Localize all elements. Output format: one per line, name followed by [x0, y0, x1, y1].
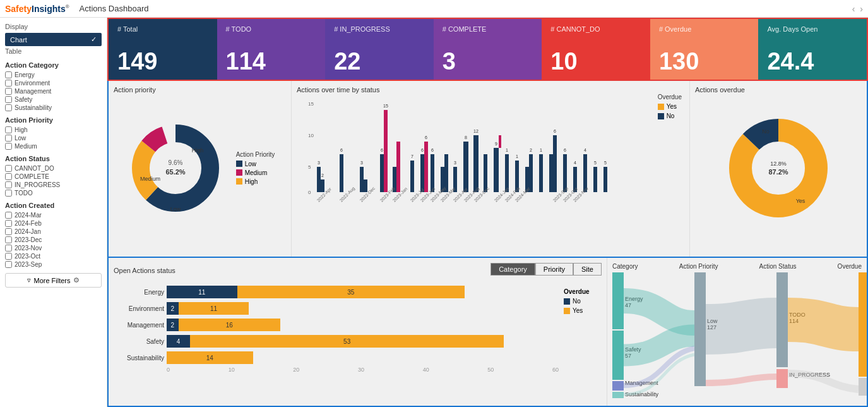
filter-low[interactable]: Low: [5, 135, 102, 142]
logo-text: Safety: [5, 4, 32, 14]
svg-text:15: 15: [383, 104, 388, 108]
svg-rect-33: [420, 154, 424, 192]
priority-donut: 9.6% 65.2% Medium High Low: [125, 118, 226, 219]
action-status-filter: Action Status CANNOT_DO COMPLETE IN_PROG…: [5, 155, 102, 197]
header: SafetyInsights® Actions Dashboard ‹ ›: [0, 0, 868, 18]
svg-rect-30: [396, 142, 400, 192]
svg-text:6: 6: [431, 148, 434, 152]
bar-label-safety: Safety: [114, 338, 164, 345]
action-category-title: Action Category: [5, 61, 102, 69]
bar-orange-environment: 11: [179, 302, 249, 315]
svg-rect-56: [529, 154, 533, 192]
more-filters-button[interactable]: ▿ More Filters ⚙: [5, 273, 102, 288]
svg-text:15: 15: [308, 101, 314, 107]
filter-2023-oct[interactable]: 2023-Oct: [5, 253, 102, 260]
timeseries-chart: 15 10 5 0 3: [297, 96, 650, 254]
svg-rect-115: [859, 272, 867, 377]
bar-overdue-title: Overdue: [564, 288, 602, 295]
priority-chart-title: Action priority: [114, 86, 286, 94]
filter-2023-sep[interactable]: 2023-Sep: [5, 261, 102, 268]
svg-text:2: 2: [321, 173, 324, 178]
kpi-card-0: # Total 149: [109, 19, 217, 80]
svg-rect-61: [553, 135, 557, 192]
filter-2024-feb[interactable]: 2024-Feb: [5, 220, 102, 227]
svg-rect-60: [549, 154, 553, 192]
svg-text:3: 3: [454, 161, 456, 165]
sankey-header-status: Action Status: [759, 263, 797, 270]
bar-orange-sustainability: 14: [167, 351, 253, 364]
filter-environment[interactable]: Environment: [5, 80, 102, 87]
svg-text:1: 1: [516, 154, 518, 159]
tab-category[interactable]: Category: [490, 263, 535, 276]
svg-text:9: 9: [495, 142, 497, 146]
svg-rect-51: [505, 154, 509, 192]
filter-2024-mar[interactable]: 2024-Mar: [5, 212, 102, 219]
svg-rect-100: [612, 392, 624, 398]
legend-medium-dot: [236, 169, 242, 176]
filter-complete[interactable]: COMPLETE: [5, 173, 102, 180]
legend-title: Action Priority: [236, 151, 275, 158]
filter-in-progress[interactable]: IN_PROGRESS: [5, 181, 102, 188]
svg-text:1: 1: [540, 148, 542, 152]
action-category-filter: Action Category Energy Environment Manag…: [5, 61, 102, 111]
svg-text:6: 6: [554, 129, 556, 133]
filter-management[interactable]: Management: [5, 88, 102, 95]
svg-rect-48: [494, 148, 499, 192]
open-actions-panel: Open Actions status Category Priority Si…: [109, 258, 607, 406]
action-created-filter: Action Created 2024-Mar 2024-Feb 2024-Ja…: [5, 202, 102, 268]
kpi-card-1: # TODO 114: [217, 19, 326, 80]
svg-rect-31: [410, 161, 414, 192]
content-area: # Total 149 # TODO 114 # IN_PROGRESS 22 …: [107, 18, 868, 407]
svg-text:4: 4: [584, 148, 586, 152]
filter-2023-dec[interactable]: 2023-Dec: [5, 236, 102, 243]
filter-medium[interactable]: Medium: [5, 143, 102, 150]
filter-high[interactable]: High: [5, 126, 102, 133]
kpi-card-2: # IN_PROGRESS 22: [325, 19, 434, 80]
kpi-value-5: 130: [659, 49, 750, 73]
gear-icon: ⚙: [73, 276, 80, 284]
bar-label-environment: Environment: [114, 305, 164, 312]
svg-text:6: 6: [381, 148, 383, 152]
filter-sustainability[interactable]: Sustainability: [5, 104, 102, 111]
tab-priority[interactable]: Priority: [535, 263, 573, 276]
filter-icon: ▿: [27, 276, 31, 284]
kpi-value-3: 3: [443, 49, 533, 73]
logo: SafetyInsights®: [5, 4, 69, 14]
svg-text:8: 8: [465, 135, 467, 140]
kpi-value-6: 24.4: [767, 49, 858, 73]
svg-text:Medium: Medium: [140, 176, 160, 182]
action-status-title: Action Status: [5, 155, 102, 162]
chart-view-select[interactable]: Chart ✓: [5, 33, 102, 46]
svg-rect-35: [424, 142, 428, 192]
bar-row-environment: Environment 2 11: [114, 302, 559, 315]
filter-energy[interactable]: Energy: [5, 71, 102, 78]
svg-text:65.2%: 65.2%: [165, 168, 185, 176]
svg-rect-45: [473, 135, 479, 192]
nav-forward[interactable]: ›: [860, 4, 863, 14]
kpi-label-4: # CANNOT_DO: [550, 25, 641, 33]
svg-rect-43: [463, 142, 468, 192]
svg-rect-107: [694, 272, 706, 386]
kpi-value-1: 114: [226, 49, 317, 73]
nav-back[interactable]: ‹: [852, 4, 855, 14]
kpi-label-2: # IN_PROGRESS: [334, 25, 425, 33]
kpi-label-0: # Total: [117, 25, 208, 33]
table-view-option[interactable]: Table: [5, 46, 102, 56]
filter-cannot-do[interactable]: CANNOT_DO: [5, 165, 102, 172]
filter-safety[interactable]: Safety: [5, 96, 102, 103]
kpi-card-4: # CANNOT_DO 10: [542, 19, 650, 80]
overdue-donut: 12.8% 87.2% No Yes: [728, 111, 829, 225]
overdue-title: Actions overdue: [695, 86, 862, 94]
top-charts: Action priority 9.6% 65.2%: [107, 81, 868, 258]
bar-label-sustainability: Sustainability: [114, 355, 164, 361]
svg-text:4: 4: [574, 161, 576, 165]
tab-site[interactable]: Site: [573, 263, 602, 276]
bar-x-axis: 0102030405060: [114, 367, 559, 373]
filter-2023-nov[interactable]: 2023-Nov: [5, 245, 102, 252]
kpi-value-0: 149: [117, 49, 208, 73]
svg-rect-25: [380, 154, 384, 192]
filter-2024-jan[interactable]: 2024-Jan: [5, 228, 102, 235]
filter-todo[interactable]: TODO: [5, 190, 102, 197]
legend-high-dot: [236, 178, 242, 185]
svg-text:5: 5: [594, 161, 597, 165]
